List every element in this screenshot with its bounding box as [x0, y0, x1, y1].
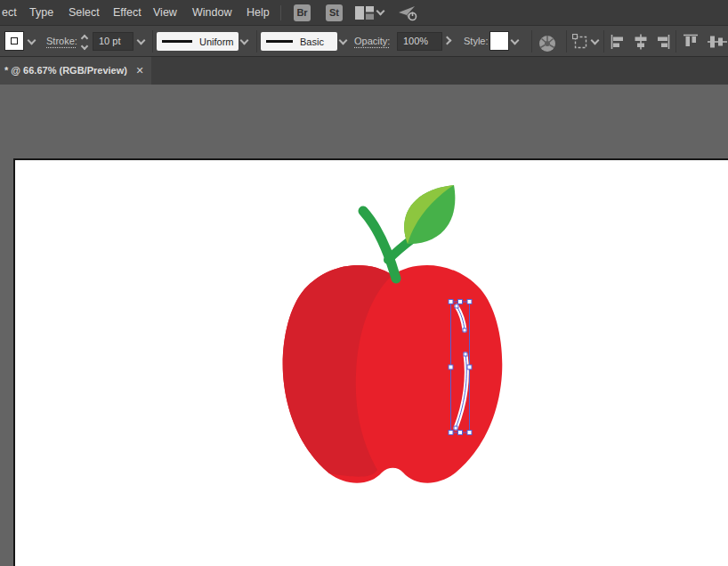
path-anchor[interactable]: [455, 304, 458, 308]
document-tab-title: * @ 66.67% (RGB/Preview): [4, 57, 127, 85]
graphic-style-swatch[interactable]: [489, 31, 509, 51]
menu-view[interactable]: View: [153, 0, 177, 26]
opacity-expand-icon[interactable]: [443, 36, 452, 45]
menu-type[interactable]: Type: [29, 0, 53, 26]
control-separator: [603, 30, 604, 53]
canvas-area[interactable]: [0, 85, 728, 566]
stroke-weight-chevron-icon[interactable]: [137, 36, 146, 45]
menu-bar: ect Type Select Effect View Window Help …: [0, 0, 728, 26]
share-power-icon[interactable]: [398, 4, 418, 22]
selection-handle[interactable]: [458, 300, 463, 304]
stroke-weight-stepper[interactable]: [82, 36, 87, 49]
menu-help[interactable]: Help: [247, 0, 270, 26]
path-anchor[interactable]: [464, 352, 467, 356]
control-separator: [152, 30, 153, 53]
select-similar-chevron-icon[interactable]: [591, 36, 600, 45]
stroke-style-preview-line: [266, 40, 293, 43]
menubar-separator: [280, 5, 281, 20]
brush-chevron-icon[interactable]: [240, 36, 249, 45]
stock-icon[interactable]: St: [326, 4, 343, 21]
selection-handle[interactable]: [458, 431, 463, 435]
selection-handle[interactable]: [467, 431, 472, 435]
path-anchor[interactable]: [454, 426, 457, 430]
stroke-style-name: Basic: [300, 36, 324, 47]
stroke-weight-field[interactable]: 10 pt: [93, 32, 133, 51]
style-chevron-icon[interactable]: [511, 36, 520, 45]
document-tab[interactable]: * @ 66.67% (RGB/Preview) ✕: [0, 57, 151, 85]
fill-color-swatch[interactable]: [4, 31, 24, 51]
control-bar: Stroke: 10 pt Uniform Basic Opacity: 100…: [0, 26, 728, 57]
align-left-icon[interactable]: [611, 34, 627, 50]
align-horizontal-center-icon[interactable]: [633, 34, 649, 50]
selection-handle[interactable]: [467, 365, 472, 369]
menu-object-partial[interactable]: ect: [2, 0, 17, 26]
brush-name: Uniform: [199, 36, 234, 47]
opacity-label[interactable]: Opacity:: [354, 36, 390, 46]
align-top-icon[interactable]: [683, 34, 699, 50]
menu-effect[interactable]: Effect: [113, 0, 142, 26]
align-right-icon[interactable]: [654, 34, 670, 50]
menu-select[interactable]: Select: [69, 0, 100, 26]
selection-handle[interactable]: [449, 300, 453, 304]
control-separator: [675, 30, 676, 53]
stroke-label[interactable]: Stroke:: [46, 36, 77, 46]
control-separator: [566, 30, 567, 53]
control-separator: [531, 30, 532, 53]
distribute-center-icon[interactable]: [708, 34, 727, 50]
stroke-style-chevron-icon[interactable]: [339, 36, 348, 45]
stroke-style-widget[interactable]: Basic: [261, 32, 337, 51]
fill-chevron-icon[interactable]: [28, 36, 36, 45]
document-tab-bar: * @ 66.67% (RGB/Preview) ✕: [0, 57, 728, 85]
tab-close-icon[interactable]: ✕: [132, 57, 148, 85]
brush-preview-line: [162, 40, 192, 43]
brush-definition-widget[interactable]: Uniform: [157, 32, 239, 51]
bridge-icon[interactable]: Br: [294, 4, 311, 21]
selection-handle[interactable]: [449, 431, 453, 435]
apple-artwork: [13, 158, 728, 566]
selection-handle[interactable]: [467, 300, 472, 304]
recolor-artwork-icon[interactable]: [538, 34, 557, 53]
fill-pattern-mark: [11, 37, 18, 44]
workspace-switcher-icon[interactable]: [355, 6, 374, 20]
select-similar-icon[interactable]: [572, 34, 588, 50]
control-separator: [256, 30, 257, 53]
menu-window[interactable]: Window: [192, 0, 231, 26]
selection-handle[interactable]: [449, 365, 453, 369]
opacity-field[interactable]: 100%: [397, 32, 442, 51]
workspace-chevron-icon[interactable]: [376, 7, 385, 16]
style-label[interactable]: Style:: [464, 36, 489, 46]
path-anchor[interactable]: [463, 328, 466, 332]
